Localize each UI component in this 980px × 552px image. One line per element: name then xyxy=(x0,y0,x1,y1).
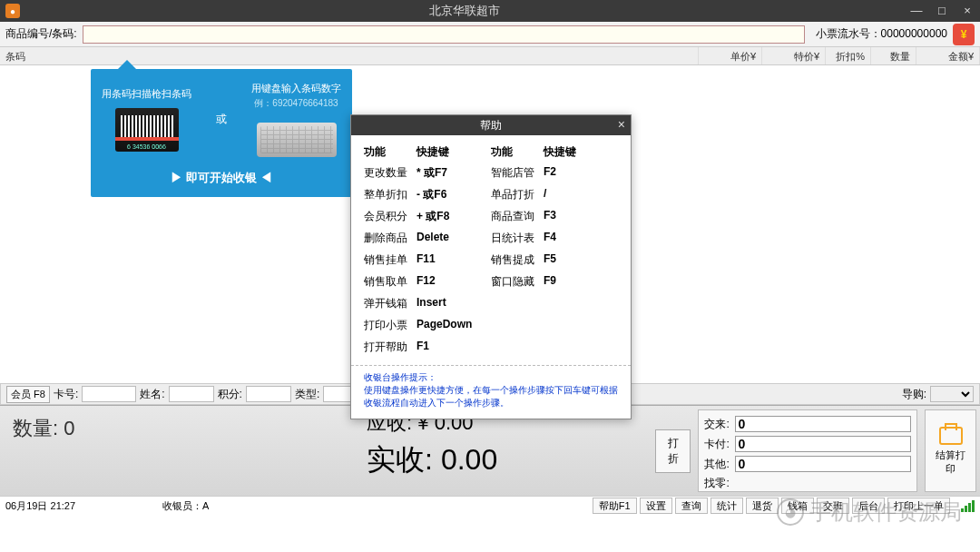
points-label: 积分: xyxy=(218,387,242,402)
help-row: 更改数量* 或F7 xyxy=(364,165,491,181)
name-label: 姓名: xyxy=(140,387,164,402)
title-bar: ● 北京华联超市 — □ × xyxy=(0,0,980,22)
status-button[interactable]: 设置 xyxy=(640,498,672,514)
signal-icon xyxy=(961,500,975,512)
discount-button[interactable]: 打折 xyxy=(655,429,691,473)
serial-label: 小票流水号：00000000000 xyxy=(816,26,947,42)
member-button[interactable]: 会员 F8 xyxy=(6,386,50,403)
help-hint: 收银台操作提示： 使用键盘操作更快捷方便，在每一个操作步骤按下回车键可根据收银流… xyxy=(351,365,631,419)
item-table-header: 条码 单价¥ 特价¥ 折扣% 数量 金额¥ xyxy=(0,47,980,65)
barcode-input[interactable] xyxy=(83,25,805,44)
card-input[interactable] xyxy=(82,386,136,402)
maximize-button[interactable]: □ xyxy=(929,0,955,22)
help-close-button[interactable]: × xyxy=(618,117,625,132)
help-dialog-title[interactable]: 帮助 × xyxy=(351,115,631,135)
status-bar: 06月19日 21:27 收银员：A 帮助F1 设置 查询 统计 退货 钱箱 交… xyxy=(0,496,980,516)
qty-display: 数量: 0 xyxy=(13,417,75,439)
minimize-button[interactable]: — xyxy=(904,0,929,22)
app-icon: ● xyxy=(5,4,20,18)
status-button[interactable]: 钱箱 xyxy=(781,498,814,514)
cashier-label: 收银员：A xyxy=(162,499,209,513)
help-row: 打印小票PageDown xyxy=(364,318,491,333)
help-row: 整单折扣- 或F6 xyxy=(364,187,491,202)
col-qty: 数量 xyxy=(871,47,916,64)
keyboard-icon xyxy=(257,123,337,157)
col-price: 单价¥ xyxy=(699,47,762,64)
status-button[interactable]: 打印上一单 xyxy=(887,498,950,514)
help-row: 删除商品Delete xyxy=(364,231,491,246)
col-amount: 金额¥ xyxy=(916,47,980,64)
paid-display: 实收: 0.00 xyxy=(367,440,648,480)
barcode-icon: 6 34536 0066 xyxy=(115,108,179,152)
other-pay-input[interactable] xyxy=(735,456,911,472)
payment-panel: 交来: 卡付: 其他: 找零: xyxy=(698,409,917,492)
help-row: 弹开钱箱Insert xyxy=(364,296,491,311)
guide-select[interactable] xyxy=(930,386,974,402)
col-special: 特价¥ xyxy=(762,47,826,64)
window-title: 北京华联超市 xyxy=(25,3,904,19)
help-row: 会员积分+ 或F8 xyxy=(364,209,491,224)
status-button[interactable]: 后台 xyxy=(852,498,885,514)
status-button[interactable]: 统计 xyxy=(710,498,743,514)
status-button[interactable]: 交班 xyxy=(817,498,849,514)
tip-scan-text: 用条码扫描枪扫条码 xyxy=(102,87,191,101)
name-input[interactable] xyxy=(169,386,214,402)
tip-start: ▶ 即可开始收银 ◀ xyxy=(102,170,341,186)
status-button[interactable]: 帮助F1 xyxy=(593,498,637,514)
help-row: 销售挂单F11 xyxy=(364,252,491,268)
coin-icon[interactable]: ¥ xyxy=(953,24,975,45)
help-row: 单品打折/ xyxy=(491,187,618,202)
barcode-tooltip: 用条码扫描枪扫条码 6 34536 0066 或 用键盘输入条码数字 例：692… xyxy=(91,69,352,197)
help-row: 日统计表F4 xyxy=(491,231,618,246)
status-date: 06月19日 21:27 xyxy=(5,499,75,513)
help-row: 智能店管F2 xyxy=(491,165,618,181)
type-label: 类型: xyxy=(295,387,319,402)
card-label: 卡号: xyxy=(54,387,78,402)
tip-or: 或 xyxy=(216,112,227,127)
help-row: 销售提成F5 xyxy=(491,252,618,268)
tip-keyboard-text: 用键盘输入条码数字 xyxy=(251,82,341,95)
col-discount: 折扣% xyxy=(826,47,871,64)
barcode-bar: 商品编号/条码: 小票流水号：00000000000 ¥ xyxy=(0,22,980,47)
help-row: 打开帮助F1 xyxy=(364,340,491,355)
checkout-print-button[interactable]: 结算打印 xyxy=(925,409,976,492)
help-dialog: 帮助 × 功能快捷键 更改数量* 或F7整单折扣- 或F6会员积分+ 或F8删除… xyxy=(350,114,632,419)
help-row: 销售取单F12 xyxy=(364,274,491,290)
card-pay-input[interactable] xyxy=(735,436,911,452)
close-window-button[interactable]: × xyxy=(955,0,980,22)
status-button[interactable]: 退货 xyxy=(746,498,779,514)
col-barcode: 条码 xyxy=(0,47,699,64)
points-input[interactable] xyxy=(246,386,291,402)
help-row: 商品查询F3 xyxy=(491,209,618,224)
barcode-label: 商品编号/条码: xyxy=(5,26,77,42)
help-row: 窗口隐藏F9 xyxy=(491,274,618,290)
cash-input[interactable] xyxy=(735,416,911,432)
guide-label: 导购: xyxy=(902,387,926,402)
printer-icon xyxy=(939,427,963,445)
tip-example: 例：6920476664183 xyxy=(251,97,341,110)
status-button[interactable]: 查询 xyxy=(675,498,708,514)
